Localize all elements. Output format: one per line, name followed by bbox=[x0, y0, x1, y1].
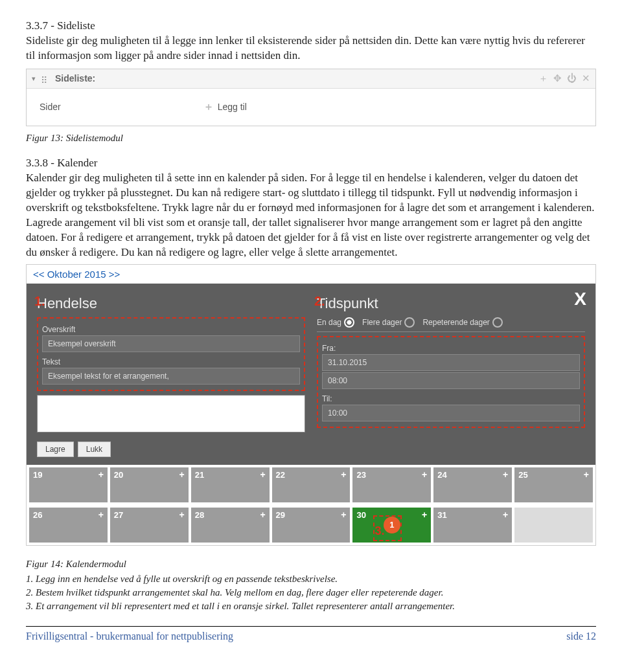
til-time-input[interactable] bbox=[322, 405, 580, 421]
radio-icon bbox=[492, 317, 503, 328]
footer-page: side 12 bbox=[566, 631, 596, 642]
footer-title: Frivilligsentral - brukermanual for nett… bbox=[26, 631, 233, 642]
tekst-input-preview[interactable] bbox=[42, 368, 300, 385]
plus-icon[interactable]: + bbox=[260, 510, 265, 520]
figure-13-caption: Figur 13: Sidelistemodul bbox=[26, 133, 596, 144]
figure-14-title: Figur 14: Kalendermodul bbox=[26, 557, 596, 571]
hendelse-column: 1. Hendelse Overskrift Tekst bbox=[37, 293, 305, 435]
day-cell[interactable]: 20+ bbox=[110, 467, 189, 502]
hendelse-title: Hendelse bbox=[37, 295, 305, 312]
plus-icon[interactable]: + bbox=[98, 469, 104, 480]
calendar-nav: << Oktober 2015 >> bbox=[27, 265, 595, 284]
calendar-grid: 19+ 20+ 21+ 22+ 23+ 24+ 25+ 26+ 27+ 28+ … bbox=[27, 465, 595, 545]
fra-date-input[interactable] bbox=[322, 354, 580, 371]
calendar-prev[interactable]: << bbox=[33, 269, 45, 280]
day-cell[interactable]: 19+ bbox=[29, 467, 108, 502]
calendar-month[interactable]: Oktober 2015 bbox=[47, 269, 106, 280]
plus-icon[interactable]: + bbox=[341, 510, 346, 520]
overskrift-label: Overskrift bbox=[42, 325, 300, 334]
add-page-button[interactable]: ＋ Legg til bbox=[203, 100, 247, 114]
calendar-next[interactable]: >> bbox=[109, 269, 121, 280]
move-icon[interactable]: ✥ bbox=[553, 73, 562, 85]
figure-14-caption: Figur 14: Kalendermodul 1. Legg inn en h… bbox=[26, 557, 596, 613]
plus-icon[interactable]: + bbox=[98, 510, 104, 520]
close-icon[interactable]: ✕ bbox=[582, 73, 590, 85]
figure-14-line2: 2. Bestem hvilket tidspunkt arrangemente… bbox=[26, 586, 596, 599]
plus-icon[interactable]: + bbox=[179, 510, 185, 520]
timing-options: En dag Flere dager Repeterende dager bbox=[317, 317, 585, 332]
radio-icon bbox=[344, 317, 354, 328]
plus-icon[interactable]: + bbox=[341, 469, 346, 480]
close-button[interactable]: Lukk bbox=[78, 442, 111, 457]
day-cell-active[interactable]: 30+ 3. 1 bbox=[352, 508, 431, 543]
section-body-337: Sideliste gir deg muligheten til å legge… bbox=[26, 34, 596, 63]
section-body-338: Kalender gir deg muligheten til å sette … bbox=[26, 171, 596, 260]
grip-icon[interactable] bbox=[41, 74, 50, 82]
section-heading-337: 3.3.7 - Sideliste bbox=[26, 19, 596, 32]
opt-flere-dager[interactable]: Flere dager bbox=[362, 317, 415, 328]
overskrift-input[interactable] bbox=[42, 335, 300, 352]
day-cell[interactable]: 21+ bbox=[191, 467, 270, 502]
sider-label: Sider bbox=[40, 102, 61, 112]
plus-icon: ＋ bbox=[203, 100, 214, 114]
plus-icon[interactable]: + bbox=[503, 469, 508, 480]
sideliste-title: Sideliste: bbox=[55, 73, 95, 84]
figure-14-line1: 1. Legg inn en hendelse ved å fylle ut o… bbox=[26, 572, 596, 586]
page-footer: Frivilligsentral - brukermanual for nett… bbox=[26, 626, 596, 642]
day-cell[interactable]: 24+ bbox=[433, 467, 512, 502]
section-heading-338: 3.3.8 - Kalender bbox=[26, 157, 596, 170]
plus-icon[interactable]: + bbox=[584, 469, 589, 480]
calendar-row: 19+ 20+ 21+ 22+ 23+ 24+ 25+ bbox=[27, 465, 595, 505]
day-cell-disabled bbox=[514, 508, 593, 543]
plus-icon[interactable]: + bbox=[503, 510, 508, 520]
dropdown-icon[interactable]: ▾ bbox=[32, 74, 36, 83]
opt-en-dag[interactable]: En dag bbox=[317, 317, 354, 328]
sideliste-module: ▾ Sideliste: ＋ ✥ ⏻ ✕ Sider ＋ Legg til bbox=[26, 69, 596, 126]
annotation-2: 2. bbox=[314, 294, 325, 309]
annotation-box-1: Overskrift Tekst bbox=[37, 317, 305, 391]
til-label: Til: bbox=[322, 394, 580, 403]
annotation-3: 3. bbox=[374, 524, 384, 538]
day-cell[interactable]: 26+ bbox=[29, 508, 108, 543]
fra-label: Fra: bbox=[322, 344, 580, 353]
power-icon[interactable]: ⏻ bbox=[567, 73, 577, 85]
tidspunkt-title: Tidspunkt bbox=[317, 295, 585, 312]
day-cell[interactable]: 25+ bbox=[514, 467, 593, 502]
save-button[interactable]: Lagre bbox=[37, 442, 74, 457]
event-count-badge[interactable]: 1 bbox=[384, 517, 400, 533]
fra-time-input[interactable] bbox=[322, 372, 580, 389]
tidspunkt-column: 2. Tidspunkt En dag Flere dager Repetere… bbox=[317, 293, 585, 435]
calendar-row: 26+ 27+ 28+ 29+ 30+ 3. 1 31+ bbox=[27, 505, 595, 545]
plus-icon[interactable]: + bbox=[260, 469, 265, 480]
day-cell[interactable]: 22+ bbox=[272, 467, 351, 502]
annotation-1: 1. bbox=[34, 294, 45, 309]
tekst-textarea[interactable] bbox=[37, 395, 305, 432]
day-cell[interactable]: 28+ bbox=[191, 508, 270, 543]
day-cell[interactable]: 27+ bbox=[110, 508, 189, 543]
tekst-label: Tekst bbox=[42, 357, 300, 366]
figure-14-line3: 3. Et arrangement vil bli representert m… bbox=[26, 599, 596, 613]
day-cell[interactable]: 31+ bbox=[433, 508, 512, 543]
calendar-module: << Oktober 2015 >> X 1. Hendelse Overskr… bbox=[26, 264, 596, 546]
plus-icon[interactable]: + bbox=[422, 510, 427, 520]
radio-icon bbox=[404, 317, 415, 328]
add-icon[interactable]: ＋ bbox=[538, 73, 548, 85]
opt-repeterende[interactable]: Repeterende dager bbox=[422, 317, 502, 328]
day-cell[interactable]: 29+ bbox=[272, 508, 351, 543]
day-cell[interactable]: 23+ bbox=[352, 467, 431, 502]
annotation-box-2: Fra: Til: bbox=[317, 336, 585, 428]
calendar-event-panel: X 1. Hendelse Overskrift Tekst 2. Tidspu… bbox=[27, 284, 595, 465]
add-page-label: Legg til bbox=[218, 102, 247, 112]
sideliste-header: ▾ Sideliste: ＋ ✥ ⏻ ✕ bbox=[27, 69, 595, 89]
plus-icon[interactable]: + bbox=[422, 469, 427, 480]
plus-icon[interactable]: + bbox=[179, 469, 185, 480]
